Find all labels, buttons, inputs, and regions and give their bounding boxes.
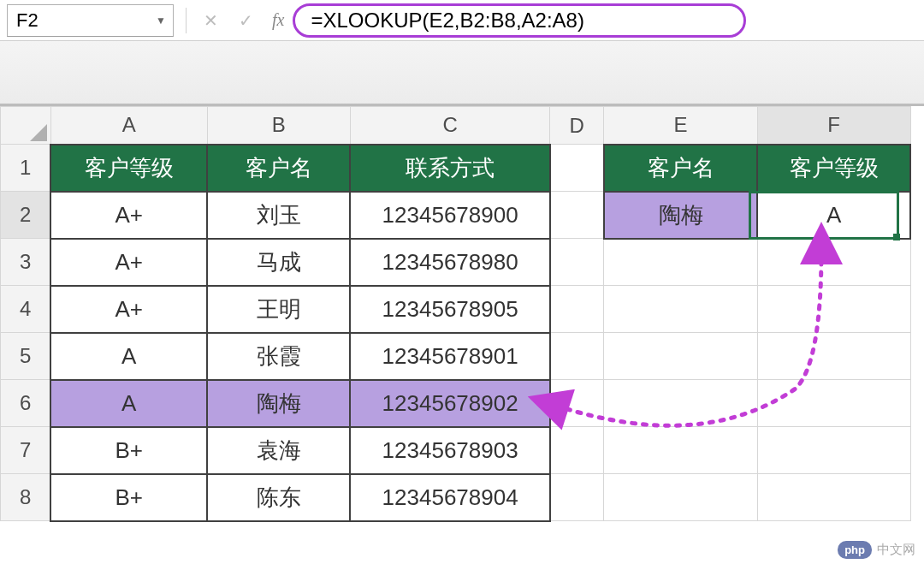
cell[interactable]: 12345678900 [350, 192, 549, 239]
cell[interactable] [757, 474, 910, 521]
cell[interactable]: 12345678980 [350, 239, 549, 286]
col-header-D[interactable]: D [550, 107, 604, 145]
cell[interactable] [604, 380, 758, 427]
header-cell[interactable]: 客户名 [604, 145, 758, 192]
name-box-value: F2 [16, 9, 38, 32]
header-cell[interactable]: 客户名 [207, 145, 350, 192]
row-header-8[interactable]: 8 [1, 474, 51, 521]
watermark: php 中文网 [838, 541, 915, 559]
chevron-down-icon[interactable]: ▼ [156, 15, 166, 27]
formula-text: =XLOOKUP(E2,B2:B8,A2:A8) [311, 9, 584, 33]
row-header-7[interactable]: 7 [1, 427, 51, 474]
result-cell[interactable]: A [757, 192, 910, 239]
cell[interactable]: 12345678904 [350, 474, 549, 521]
cell[interactable]: 12345678901 [350, 333, 549, 380]
cell[interactable]: 12345678902 [350, 380, 549, 427]
table-row-highlight: 6 A 陶梅 12345678902 [1, 380, 911, 427]
cell[interactable] [604, 474, 758, 521]
cell[interactable] [550, 239, 604, 286]
header-cell[interactable]: 客户等级 [50, 145, 207, 192]
cancel-icon: ✕ [193, 10, 228, 31]
table-row: 8 B+ 陈东 12345678904 [1, 474, 911, 521]
cell[interactable] [757, 239, 910, 286]
row-header-4[interactable]: 4 [1, 286, 51, 333]
cell[interactable]: 张霞 [207, 333, 350, 380]
row-header-1[interactable]: 1 [1, 145, 51, 192]
formula-bar: F2 ▼ ✕ ✓ fx =XLOOKUP(E2,B2:B8,A2:A8) [0, 0, 924, 41]
enter-icon: ✓ [228, 10, 264, 31]
column-header-row: A B C D E F [1, 107, 911, 145]
cell[interactable] [550, 145, 604, 192]
cell[interactable]: A+ [50, 286, 207, 333]
col-header-A[interactable]: A [50, 107, 207, 145]
cell[interactable] [757, 427, 910, 474]
table-row: 7 B+ 袁海 12345678903 [1, 427, 911, 474]
cell[interactable] [550, 474, 604, 521]
toolbar-spacer [0, 41, 924, 106]
watermark-badge: php [838, 541, 872, 559]
table-row: 5 A 张霞 12345678901 [1, 333, 911, 380]
name-box[interactable]: F2 ▼ [7, 4, 174, 37]
cell[interactable] [757, 333, 910, 380]
cell[interactable]: B+ [50, 474, 207, 521]
fx-icon[interactable]: fx [264, 10, 287, 30]
watermark-text: 中文网 [877, 542, 915, 558]
table-row: 3 A+ 马成 12345678980 [1, 239, 911, 286]
formula-input[interactable]: =XLOOKUP(E2,B2:B8,A2:A8) [293, 3, 746, 38]
cell[interactable] [757, 286, 910, 333]
cell[interactable]: 袁海 [207, 427, 350, 474]
cell[interactable]: 12345678903 [350, 427, 549, 474]
cell[interactable]: 刘玉 [207, 192, 350, 239]
cell[interactable] [550, 427, 604, 474]
table-row: 4 A+ 王明 12345678905 [1, 286, 911, 333]
cell[interactable]: A+ [50, 239, 207, 286]
cell[interactable]: 陈东 [207, 474, 350, 521]
cell[interactable]: B+ [50, 427, 207, 474]
cell[interactable]: 陶梅 [207, 380, 350, 427]
cell[interactable] [604, 239, 758, 286]
cell[interactable]: 12345678905 [350, 286, 549, 333]
cell[interactable] [604, 286, 758, 333]
select-all-corner[interactable] [1, 107, 51, 145]
cell[interactable]: A [50, 333, 207, 380]
cell[interactable] [550, 192, 604, 239]
cell[interactable]: 王明 [207, 286, 350, 333]
row-header-2[interactable]: 2 [1, 192, 51, 239]
spreadsheet-grid[interactable]: A B C D E F 1 客户等级 客户名 联系方式 客户名 客户等级 2 A… [0, 106, 924, 522]
table-row: 1 客户等级 客户名 联系方式 客户名 客户等级 [1, 145, 911, 192]
row-header-5[interactable]: 5 [1, 333, 51, 380]
col-header-E[interactable]: E [604, 107, 758, 145]
row-header-3[interactable]: 3 [1, 239, 51, 286]
cell[interactable] [550, 286, 604, 333]
row-header-6[interactable]: 6 [1, 380, 51, 427]
cell[interactable] [550, 333, 604, 380]
cell[interactable] [550, 380, 604, 427]
cell[interactable]: A [50, 380, 207, 427]
lookup-value-cell[interactable]: 陶梅 [604, 192, 758, 239]
cell[interactable] [757, 380, 910, 427]
col-header-F[interactable]: F [757, 107, 910, 145]
divider [186, 8, 187, 33]
col-header-C[interactable]: C [350, 107, 549, 145]
cell[interactable] [604, 427, 758, 474]
table-row: 2 A+ 刘玉 12345678900 陶梅 A [1, 192, 911, 239]
cell[interactable]: A+ [50, 192, 207, 239]
header-cell[interactable]: 客户等级 [757, 145, 910, 192]
cell[interactable]: 马成 [207, 239, 350, 286]
col-header-B[interactable]: B [207, 107, 350, 145]
cell[interactable] [604, 333, 758, 380]
header-cell[interactable]: 联系方式 [350, 145, 549, 192]
